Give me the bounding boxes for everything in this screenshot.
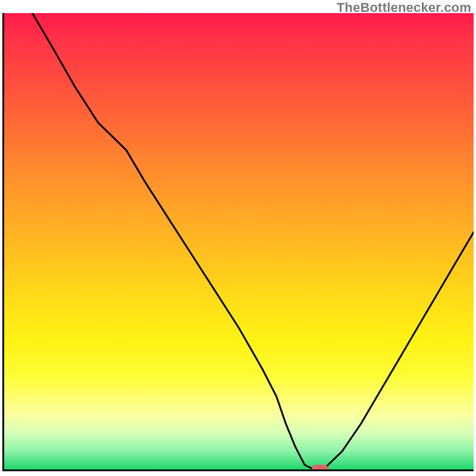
- plot-inner: [4, 13, 474, 469]
- plot-area: [2, 13, 474, 471]
- chart-frame: TheBottlenecker.com: [0, 0, 476, 476]
- bottleneck-curve: [4, 13, 474, 469]
- watermark-text: TheBottlenecker.com: [337, 0, 471, 15]
- curve-path: [32, 13, 474, 469]
- x-axis: [2, 469, 474, 471]
- optimal-marker: [312, 465, 328, 469]
